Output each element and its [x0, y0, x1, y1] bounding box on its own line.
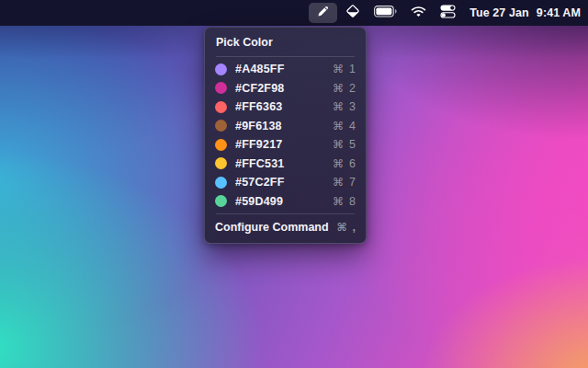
shortcut-key: 7 [349, 176, 356, 189]
wifi-menubar-button[interactable] [405, 3, 432, 23]
color-list: #A485FF ⌘ 1 #CF2F98 ⌘ 2 #FF6363 ⌘ 3 #9F6… [205, 57, 366, 213]
shortcut-key: 3 [349, 100, 356, 113]
menubar-clock[interactable]: Tue 27 Jan 9:41 AM [469, 6, 581, 19]
battery-menubar-button[interactable] [368, 3, 402, 23]
color-menu-item[interactable]: #CF2F98 ⌘ 2 [205, 79, 366, 98]
color-swatch [215, 82, 227, 94]
color-hex-label: #A485FF [235, 63, 333, 75]
color-hex-label: #9F6138 [235, 120, 333, 132]
desktop: Tue 27 Jan 9:41 AM Pick Color #A485FF ⌘ … [0, 0, 588, 368]
pick-color-menu: Pick Color #A485FF ⌘ 1 #CF2F98 ⌘ 2 #FF63… [204, 27, 367, 244]
shortcut-key: 1 [349, 63, 356, 75]
color-menu-item[interactable]: #FF6363 ⌘ 3 [205, 98, 366, 117]
diamond-app-menubar-button[interactable] [340, 3, 366, 23]
color-hex-label: #57C2FF [235, 176, 333, 189]
toggles-menubar-button[interactable] [435, 3, 461, 23]
command-key-symbol: ⌘ [333, 120, 344, 132]
command-key-symbol: ⌘ [333, 195, 344, 208]
wifi-icon [411, 5, 426, 21]
color-menu-item[interactable]: #A485FF ⌘ 1 [205, 60, 366, 79]
shortcut-label: ⌘ 7 [333, 176, 356, 189]
shortcut-label: ⌘ 8 [333, 195, 356, 208]
shortcut-label: ⌘ 3 [333, 100, 356, 113]
menubar-date: Tue 27 Jan [469, 6, 529, 19]
color-swatch [215, 120, 227, 132]
pick-color-title: Pick Color [205, 34, 366, 56]
color-hex-label: #FF6363 [235, 100, 333, 113]
shortcut-key: 8 [349, 195, 356, 208]
pencil-icon [316, 5, 330, 22]
color-menu-item[interactable]: #FF9217 ⌘ 5 [205, 135, 366, 155]
command-key-symbol: ⌘ [336, 221, 346, 234]
diamond-icon [345, 4, 360, 22]
shortcut-key: 6 [349, 157, 356, 170]
color-picker-menubar-button[interactable] [309, 3, 337, 23]
command-key-symbol: ⌘ [333, 157, 344, 170]
shortcut-key: 4 [349, 120, 356, 132]
menubar-time: 9:41 AM [537, 6, 581, 19]
shortcut-key: , [353, 221, 356, 234]
shortcut-label: ⌘ 2 [333, 82, 356, 95]
color-swatch [215, 195, 227, 207]
color-swatch [215, 157, 227, 169]
color-swatch [215, 101, 227, 113]
command-key-symbol: ⌘ [333, 176, 344, 189]
color-hex-label: #59D499 [235, 195, 333, 208]
menu-bar: Tue 27 Jan 9:41 AM [0, 0, 588, 26]
command-key-symbol: ⌘ [333, 100, 344, 113]
color-menu-item[interactable]: #9F6138 ⌘ 4 [205, 117, 366, 136]
shortcut-label: ⌘ 4 [333, 120, 356, 132]
color-hex-label: #CF2F98 [235, 82, 333, 95]
toggles-icon [440, 5, 456, 22]
color-menu-item[interactable]: #59D499 ⌘ 8 [205, 192, 366, 212]
shortcut-key: 5 [349, 138, 356, 151]
color-menu-item[interactable]: #57C2FF ⌘ 7 [205, 173, 366, 192]
color-swatch [215, 63, 227, 75]
command-key-symbol: ⌘ [333, 82, 344, 95]
shortcut-label: ⌘ 5 [333, 138, 356, 151]
shortcut-key: 2 [349, 82, 356, 95]
shortcut-label: ⌘ 6 [333, 157, 356, 170]
battery-icon [374, 5, 397, 21]
configure-command-shortcut: ⌘ , [336, 221, 356, 234]
color-swatch [215, 177, 227, 189]
command-key-symbol: ⌘ [333, 63, 344, 75]
color-swatch [215, 139, 227, 151]
shortcut-label: ⌘ 1 [333, 63, 356, 75]
configure-command-label: Configure Command [215, 221, 336, 234]
menu-separator [216, 213, 355, 214]
color-menu-item[interactable]: #FFC531 ⌘ 6 [205, 155, 366, 174]
color-hex-label: #FF9217 [235, 138, 333, 151]
configure-command-item[interactable]: Configure Command ⌘ , [205, 216, 366, 237]
command-key-symbol: ⌘ [333, 138, 344, 151]
color-hex-label: #FFC531 [235, 157, 333, 170]
